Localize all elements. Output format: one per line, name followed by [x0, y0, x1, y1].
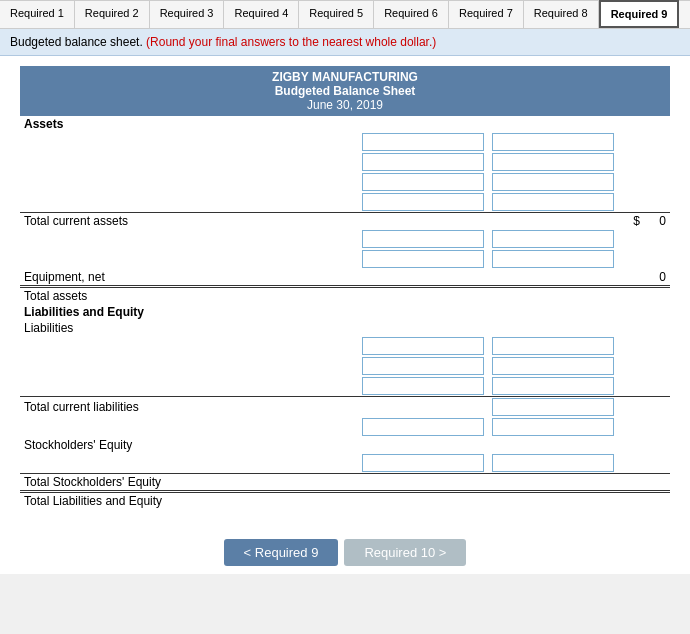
longterm-input-1a[interactable] [358, 417, 488, 437]
assets-header-row: Assets [20, 116, 670, 132]
total-current-assets-value: 0 [644, 213, 670, 230]
total-stockholders-equity-value [644, 474, 670, 492]
total-stockholders-equity-row: Total Stockholders' Equity [20, 474, 670, 492]
equity-input-1a[interactable] [358, 453, 488, 474]
noncurrent-input-1b[interactable] [488, 229, 618, 249]
noncurrent-row-2 [20, 249, 670, 269]
asset-input-3b[interactable] [488, 172, 618, 192]
liabilities-header-row: Liabilities [20, 320, 670, 336]
longterm-input-1b[interactable] [488, 417, 618, 437]
asset-input-4a[interactable] [358, 192, 488, 213]
asset-row-3 [20, 172, 670, 192]
equity-input-1b[interactable] [488, 453, 618, 474]
asset-input-4b[interactable] [488, 192, 618, 213]
total-assets-label: Total assets [20, 287, 358, 305]
liability-row-1 [20, 336, 670, 356]
liability-input-2a[interactable] [358, 356, 488, 376]
company-name: ZIGBY MANUFACTURING [20, 70, 670, 84]
tab-required-1[interactable]: Required 1 [0, 0, 75, 28]
notice-text: Budgeted balance sheet. [10, 35, 146, 49]
total-current-liabilities-input[interactable] [488, 397, 618, 418]
asset-input-1a[interactable] [358, 132, 488, 152]
total-current-assets-label: Total current assets [20, 213, 358, 230]
total-liabilities-equity-label: Total Liabilities and Equity [20, 492, 358, 510]
total-assets-value [644, 287, 670, 305]
tab-required-10[interactable]: Required 10 [679, 0, 690, 28]
asset-input-2b[interactable] [488, 152, 618, 172]
notice-highlight: (Round your final answers to the nearest… [146, 35, 436, 49]
asset-row-2 [20, 152, 670, 172]
asset-row-1 [20, 132, 670, 152]
equipment-net-value: 0 [644, 269, 670, 287]
noncurrent-input-1a[interactable] [358, 229, 488, 249]
tab-required-9[interactable]: Required 9 [599, 0, 680, 28]
liabilities-label: Liabilities [20, 320, 358, 336]
total-current-assets-row: Total current assets $ 0 [20, 213, 670, 230]
liabilities-equity-header-row: Liabilities and Equity [20, 304, 670, 320]
asset-input-2a[interactable] [358, 152, 488, 172]
nav-footer: < Required 9 Required 10 > [0, 529, 690, 574]
equipment-net-row: Equipment, net 0 [20, 269, 670, 287]
tab-required-7[interactable]: Required 7 [449, 0, 524, 28]
total-current-liabilities-label: Total current liabilities [20, 397, 358, 418]
liability-input-3b[interactable] [488, 376, 618, 397]
liability-input-2b[interactable] [488, 356, 618, 376]
stockholders-equity-header-row: Stockholders' Equity [20, 437, 670, 453]
total-liabilities-equity-value [644, 492, 670, 510]
tab-required-5[interactable]: Required 5 [299, 0, 374, 28]
stockholders-equity-label: Stockholders' Equity [20, 437, 358, 453]
liabilities-equity-label: Liabilities and Equity [20, 304, 358, 320]
asset-row-4 [20, 192, 670, 213]
sheet-title: Budgeted Balance Sheet [20, 84, 670, 98]
assets-label: Assets [20, 116, 358, 132]
total-stockholders-equity-label: Total Stockholders' Equity [20, 474, 358, 492]
liability-input-1b[interactable] [488, 336, 618, 356]
equipment-net-label: Equipment, net [20, 269, 358, 287]
liability-row-3 [20, 376, 670, 397]
noncurrent-input-2a[interactable] [358, 249, 488, 269]
sheet-header: ZIGBY MANUFACTURING Budgeted Balance She… [20, 66, 670, 116]
noncurrent-row-1 [20, 229, 670, 249]
tab-required-2[interactable]: Required 2 [75, 0, 150, 28]
total-liabilities-equity-row: Total Liabilities and Equity [20, 492, 670, 510]
next-button[interactable]: Required 10 > [344, 539, 466, 566]
tab-required-3[interactable]: Required 3 [150, 0, 225, 28]
asset-input-3a[interactable] [358, 172, 488, 192]
liability-input-3a[interactable] [358, 376, 488, 397]
liability-row-2 [20, 356, 670, 376]
liability-input-1a[interactable] [358, 336, 488, 356]
prev-button[interactable]: < Required 9 [224, 539, 339, 566]
sheet-date: June 30, 2019 [20, 98, 670, 112]
balance-sheet-table: Assets [20, 116, 670, 509]
tabs-bar: Required 1 Required 2 Required 3 Require… [0, 0, 690, 29]
tab-required-8[interactable]: Required 8 [524, 0, 599, 28]
noncurrent-input-2b[interactable] [488, 249, 618, 269]
dollar-sign: $ [618, 213, 644, 230]
total-current-liabilities-row: Total current liabilities [20, 397, 670, 418]
longterm-liability-row [20, 417, 670, 437]
total-assets-row: Total assets [20, 287, 670, 305]
equity-row-1 [20, 453, 670, 474]
asset-input-1b[interactable] [488, 132, 618, 152]
content-area: ZIGBY MANUFACTURING Budgeted Balance She… [0, 56, 690, 529]
notice-bar: Budgeted balance sheet. (Round your fina… [0, 29, 690, 56]
tab-required-6[interactable]: Required 6 [374, 0, 449, 28]
tab-required-4[interactable]: Required 4 [224, 0, 299, 28]
